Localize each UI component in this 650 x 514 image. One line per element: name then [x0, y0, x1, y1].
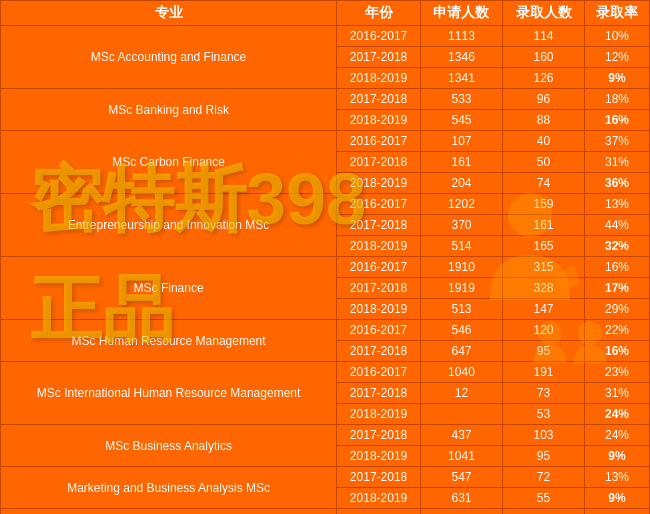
applied-cell: 107	[420, 131, 502, 152]
applied-cell: 631	[420, 488, 502, 509]
year-cell: 2018-2019	[337, 404, 421, 425]
rate-cell: 37%	[585, 131, 650, 152]
rate-cell: 32%	[585, 236, 650, 257]
year-cell: 2018-2019	[337, 236, 421, 257]
table-row: MSc Finance2016-2017191031516%	[1, 257, 650, 278]
year-cell: 2018-2019	[337, 446, 421, 467]
year-cell: 2018-2019	[337, 68, 421, 89]
applied-cell: 513	[420, 299, 502, 320]
rate-cell: 10%	[585, 26, 650, 47]
rate-cell: 24%	[585, 425, 650, 446]
rate-cell: 9%	[585, 68, 650, 89]
header-year: 年份	[337, 1, 421, 26]
year-cell: 2018-2019	[337, 110, 421, 131]
applied-cell: 204	[420, 173, 502, 194]
applied-cell: 370	[420, 215, 502, 236]
table-row: MSc Carbon Finance2016-20171074037%	[1, 131, 650, 152]
admitted-cell: 72	[503, 467, 585, 488]
table-row: Marketing and Business Analysis MSc2017-…	[1, 467, 650, 488]
table-row: MSc Accounting and Finance2016-201711131…	[1, 26, 650, 47]
header-applied: 申请人数	[420, 1, 502, 26]
applied-cell: 1346	[420, 47, 502, 68]
table-row: MSc International Human Resource Managem…	[1, 362, 650, 383]
year-cell: 2017-2018	[337, 425, 421, 446]
admitted-cell: 74	[503, 173, 585, 194]
year-cell: 2016-2017	[337, 362, 421, 383]
rate-cell: 24%	[585, 404, 650, 425]
table-row: MSc Human Resource Management2016-201754…	[1, 320, 650, 341]
major-cell: Marketing and Business Analysis MSc	[1, 467, 337, 509]
major-cell: MSc Accounting and Finance	[1, 26, 337, 89]
rate-cell: 16%	[585, 509, 650, 515]
rate-cell: 16%	[585, 110, 650, 131]
admitted-cell: 95	[503, 446, 585, 467]
rate-cell: 31%	[585, 152, 650, 173]
year-cell: 2016-2017	[337, 26, 421, 47]
major-cell: Entrepreneurship and Innovation MSc	[1, 194, 337, 257]
rate-cell: 13%	[585, 194, 650, 215]
admitted-cell: 165	[503, 236, 585, 257]
admitted-cell: 160	[503, 47, 585, 68]
applied-cell: 1040	[420, 362, 502, 383]
admitted-cell: 114	[503, 26, 585, 47]
rate-cell: 36%	[585, 173, 650, 194]
year-cell: 2016-2017	[337, 131, 421, 152]
year-cell: 2016-2017	[337, 509, 421, 515]
header-major: 专业	[1, 1, 337, 26]
rate-cell: 9%	[585, 488, 650, 509]
admitted-cell: 103	[503, 425, 585, 446]
applied-cell: 1202	[420, 194, 502, 215]
year-cell: 2017-2018	[337, 89, 421, 110]
rate-cell: 12%	[585, 47, 650, 68]
table-row: MSc Business Analytics2017-201843710324%	[1, 425, 650, 446]
year-cell: 2017-2018	[337, 341, 421, 362]
table-row: MSc Marketing2016-20174537416%	[1, 509, 650, 515]
admitted-cell: 328	[503, 278, 585, 299]
applied-cell: 545	[420, 110, 502, 131]
admitted-cell: 53	[503, 404, 585, 425]
admitted-cell: 147	[503, 299, 585, 320]
admitted-cell: 120	[503, 320, 585, 341]
rate-cell: 22%	[585, 320, 650, 341]
applied-cell: 547	[420, 467, 502, 488]
year-cell: 2016-2017	[337, 320, 421, 341]
admitted-cell: 88	[503, 110, 585, 131]
admitted-cell: 315	[503, 257, 585, 278]
rate-cell: 44%	[585, 215, 650, 236]
major-cell: MSc Carbon Finance	[1, 131, 337, 194]
applied-cell: 453	[420, 509, 502, 515]
year-cell: 2017-2018	[337, 467, 421, 488]
admitted-cell: 55	[503, 488, 585, 509]
major-cell: MSc Human Resource Management	[1, 320, 337, 362]
admitted-cell: 126	[503, 68, 585, 89]
applied-cell: 1910	[420, 257, 502, 278]
applied-cell: 437	[420, 425, 502, 446]
applied-cell: 161	[420, 152, 502, 173]
admitted-cell: 96	[503, 89, 585, 110]
major-cell: MSc Finance	[1, 257, 337, 320]
data-table: 专业 年份 申请人数 录取人数 录取率 MSc Accounting and F…	[0, 0, 650, 514]
admitted-cell: 161	[503, 215, 585, 236]
applied-cell: 514	[420, 236, 502, 257]
rate-cell: 29%	[585, 299, 650, 320]
admitted-cell: 191	[503, 362, 585, 383]
rate-cell: 31%	[585, 383, 650, 404]
applied-cell: 647	[420, 341, 502, 362]
major-cell: MSc Banking and Risk	[1, 89, 337, 131]
applied-cell: 1919	[420, 278, 502, 299]
year-cell: 2016-2017	[337, 257, 421, 278]
applied-cell: 546	[420, 320, 502, 341]
applied-cell: 1113	[420, 26, 502, 47]
year-cell: 2017-2018	[337, 278, 421, 299]
table-row: Entrepreneurship and Innovation MSc2016-…	[1, 194, 650, 215]
year-cell: 2017-2018	[337, 215, 421, 236]
rate-cell: 17%	[585, 278, 650, 299]
rate-cell: 13%	[585, 467, 650, 488]
year-cell: 2017-2018	[337, 152, 421, 173]
admitted-cell: 40	[503, 131, 585, 152]
table-header-row: 专业 年份 申请人数 录取人数 录取率	[1, 1, 650, 26]
applied-cell	[420, 404, 502, 425]
admitted-cell: 50	[503, 152, 585, 173]
rate-cell: 9%	[585, 446, 650, 467]
rate-cell: 23%	[585, 362, 650, 383]
